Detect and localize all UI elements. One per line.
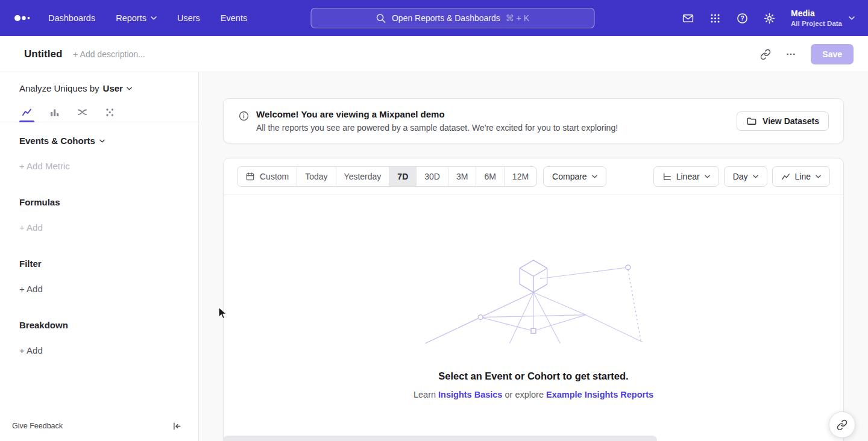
linear-scale-icon xyxy=(662,172,671,181)
project-name: Media xyxy=(791,8,842,19)
help-icon: ? xyxy=(736,12,749,25)
empty-state-illustration xyxy=(419,255,648,345)
folder-icon xyxy=(746,116,757,127)
report-title[interactable]: Untitled xyxy=(24,48,62,60)
range-yesterday[interactable]: Yesterday xyxy=(336,167,389,186)
empty-state-title: Select an Event or Cohort to get started… xyxy=(438,370,628,382)
add-metric-button[interactable]: + Add Metric xyxy=(19,161,179,172)
ellipsis-icon xyxy=(785,49,796,60)
main-content: Welcome! You are viewing a Mixpanel demo… xyxy=(199,72,868,441)
visualization-tabs xyxy=(0,102,198,122)
formulas-section-header: Formulas xyxy=(19,197,179,208)
chart-card: Custom Today Yesterday 7D 30D 3M 6M 12M … xyxy=(223,158,844,441)
tab-line-chart[interactable] xyxy=(19,102,34,122)
info-icon xyxy=(238,110,250,122)
filter-section-header: Filter xyxy=(19,258,179,269)
main-nav: Dashboards Reports Users Events xyxy=(48,13,247,23)
empty-state-links: Learn Insights Basics or explore Example… xyxy=(414,390,653,399)
range-6m[interactable]: 6M xyxy=(476,167,503,186)
events-cohorts-section-header[interactable]: Events & Cohorts xyxy=(19,136,179,146)
report-header: Untitled + Add description... Save xyxy=(0,36,868,72)
scatter-chart-icon xyxy=(105,107,115,117)
range-7d[interactable]: 7D xyxy=(389,167,416,186)
banner-subtitle: All the reports you see are powered by a… xyxy=(256,122,618,133)
help-button[interactable]: ? xyxy=(733,9,751,27)
link-icon xyxy=(837,419,848,430)
line-chart-icon xyxy=(22,107,32,117)
compare-button[interactable]: Compare xyxy=(543,166,606,187)
range-30d[interactable]: 30D xyxy=(416,167,448,186)
range-12m[interactable]: 12M xyxy=(504,167,536,186)
chevron-down-icon xyxy=(753,175,758,178)
line-chart-icon xyxy=(781,172,790,181)
nav-dashboards[interactable]: Dashboards xyxy=(48,13,95,23)
tab-scatter-chart[interactable] xyxy=(102,102,118,122)
nav-reports[interactable]: Reports xyxy=(116,13,157,23)
svg-text:?: ? xyxy=(740,15,744,22)
search-icon xyxy=(376,13,386,23)
breakdown-section-header: Breakdown xyxy=(19,320,179,331)
add-formula-button[interactable]: + Add xyxy=(19,222,179,233)
navbar-right: ? Media All Project Data xyxy=(679,8,855,28)
mail-icon xyxy=(682,12,694,25)
mixpanel-logo-icon xyxy=(13,14,34,22)
apps-grid-button[interactable] xyxy=(706,9,724,27)
range-custom[interactable]: Custom xyxy=(237,167,297,186)
link-icon xyxy=(760,49,771,60)
global-search[interactable]: Open Reports & Dashboards ⌘ + K xyxy=(311,8,595,28)
welcome-banner: Welcome! You are viewing a Mixpanel demo… xyxy=(223,98,844,143)
grid-dots-icon xyxy=(709,13,721,24)
range-today[interactable]: Today xyxy=(297,167,335,186)
top-navbar: Dashboards Reports Users Events Open Rep… xyxy=(0,0,868,36)
add-breakdown-button[interactable]: + Add xyxy=(19,345,179,356)
banner-title: Welcome! You are viewing a Mixpanel demo xyxy=(256,108,618,120)
add-filter-button[interactable]: + Add xyxy=(19,284,179,295)
nav-users[interactable]: Users xyxy=(177,13,200,23)
sidebar-footer: Give Feedback xyxy=(0,416,198,441)
report-description-placeholder[interactable]: + Add description... xyxy=(73,49,145,59)
range-3m[interactable]: 3M xyxy=(448,167,476,186)
search-shortcut: ⌘ + K xyxy=(506,13,529,23)
chevron-down-icon xyxy=(705,175,710,178)
collapse-left-icon xyxy=(172,422,181,431)
chevron-down-icon xyxy=(99,139,105,143)
chevron-down-icon xyxy=(592,175,597,178)
gear-icon xyxy=(763,12,776,25)
mixpanel-logo[interactable] xyxy=(13,14,39,22)
view-datasets-button[interactable]: View Datasets xyxy=(737,111,829,131)
save-button[interactable]: Save xyxy=(811,44,854,64)
more-options-button[interactable] xyxy=(781,44,801,64)
interval-dropdown[interactable]: Day xyxy=(724,166,767,187)
tab-flow-chart[interactable] xyxy=(75,102,90,122)
share-link-fab[interactable] xyxy=(829,411,855,438)
chart-toolbar: Custom Today Yesterday 7D 30D 3M 6M 12M … xyxy=(224,158,843,195)
tab-bar-chart[interactable] xyxy=(47,102,62,122)
bar-chart-icon xyxy=(49,107,60,117)
calendar-icon xyxy=(245,172,255,181)
collapse-sidebar-button[interactable] xyxy=(169,419,184,433)
horizontal-scrollbar[interactable] xyxy=(223,436,657,441)
chevron-down-icon xyxy=(127,87,132,90)
chevron-down-icon xyxy=(849,16,855,20)
insights-basics-link[interactable]: Insights Basics xyxy=(438,390,502,399)
give-feedback-link[interactable]: Give Feedback xyxy=(12,422,63,430)
analyze-row: Analyze Uniques by User xyxy=(0,72,198,102)
date-range-picker: Custom Today Yesterday 7D 30D 3M 6M 12M xyxy=(237,166,537,187)
search-placeholder: Open Reports & Dashboards xyxy=(392,13,500,23)
settings-button[interactable] xyxy=(760,9,778,27)
copy-link-button[interactable] xyxy=(755,44,776,64)
analyze-prefix: Analyze Uniques by xyxy=(19,83,99,94)
messages-button[interactable] xyxy=(679,9,697,27)
project-switcher[interactable]: Media All Project Data xyxy=(791,8,855,28)
example-insights-reports-link[interactable]: Example Insights Reports xyxy=(546,390,653,399)
nav-events[interactable]: Events xyxy=(221,13,247,23)
chart-type-dropdown[interactable]: Line xyxy=(772,166,830,187)
project-scope: All Project Data xyxy=(791,19,842,28)
flow-chart-icon xyxy=(77,107,87,117)
chart-empty-state: Select an Event or Cohort to get started… xyxy=(224,195,843,441)
scale-dropdown[interactable]: Linear xyxy=(653,166,719,187)
sidebar: Analyze Uniques by User Events & Cohorts xyxy=(0,72,199,441)
chevron-down-icon xyxy=(151,16,157,20)
chevron-down-icon xyxy=(816,175,821,178)
analyze-entity-dropdown[interactable]: User xyxy=(103,83,132,94)
